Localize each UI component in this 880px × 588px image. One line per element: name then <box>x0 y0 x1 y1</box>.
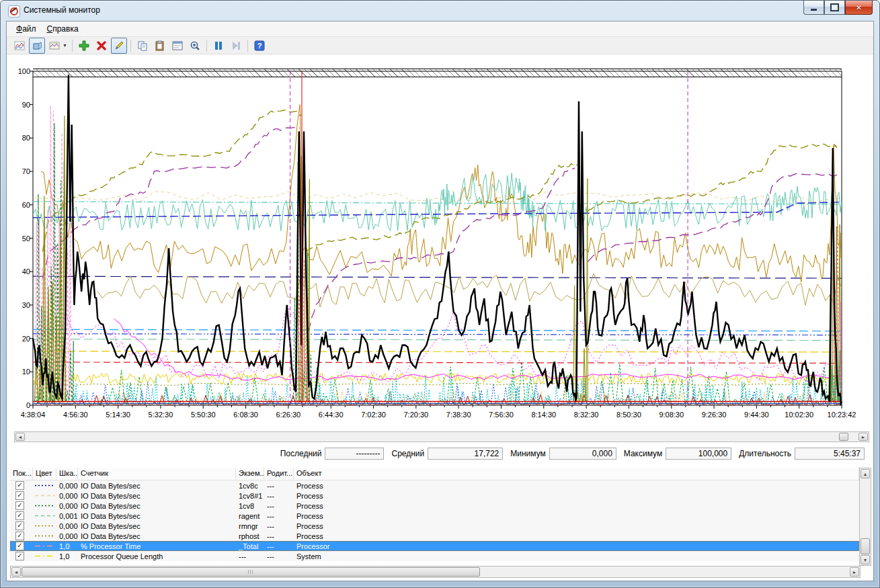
parent-cell: --- <box>264 552 294 560</box>
legend-row-1cv8#1[interactable]: ✓0,000...IO Data Bytes/sec1cv8#1---Proce… <box>10 491 859 501</box>
parent-cell: --- <box>264 502 294 510</box>
chart-hscrollbar[interactable]: ◄ ► <box>14 431 869 442</box>
legend-column-header[interactable]: Родит... <box>264 468 294 480</box>
scroll-right-arrow[interactable]: ► <box>858 433 868 441</box>
y-axis-label: 90 <box>10 101 30 109</box>
legend-row-ragent[interactable]: ✓0,001IO Data Bytes/secragent---Process <box>10 511 859 521</box>
paste-icon <box>155 40 165 51</box>
magnifier-plus-icon <box>190 40 200 51</box>
help-button[interactable]: ? <box>251 38 268 54</box>
legend-row-1cv8c[interactable]: ✓0,0001IO Data Bytes/sec1cv8c---Process <box>10 480 859 491</box>
legend-column-header[interactable]: Экзем... <box>236 468 264 480</box>
legend-column-header[interactable]: Объект <box>294 468 859 480</box>
legend-row-1cv8[interactable]: ✓0,000...IO Data Bytes/sec1cv8---Process <box>10 501 859 511</box>
legend-column-header[interactable]: Пок... <box>10 468 33 480</box>
color-swatch <box>34 484 56 487</box>
show-cell: ✓ <box>10 491 33 500</box>
instance-cell: 1cv8c <box>236 482 264 490</box>
legend-vscroll-thumb[interactable] <box>861 538 870 554</box>
view-current-activity-button[interactable] <box>11 38 28 54</box>
chart-hscroll-thumb[interactable] <box>839 433 848 441</box>
legend-row-rphost[interactable]: ✓0,000...IO Data Bytes/secrphost---Proce… <box>10 531 859 541</box>
legend-row-rmngr[interactable]: ✓0,000...IO Data Bytes/secrmngr---Proces… <box>10 521 859 531</box>
y-axis-label: 80 <box>10 134 30 142</box>
show-checkbox[interactable]: ✓ <box>15 501 24 510</box>
object-cell: Process <box>294 532 859 540</box>
chart-icon <box>14 40 25 51</box>
copy-icon <box>137 40 148 51</box>
show-checkbox[interactable]: ✓ <box>15 521 24 530</box>
minimize-button[interactable] <box>803 1 824 15</box>
freeze-display-button[interactable] <box>210 38 227 54</box>
series-navy-longdash-38 <box>33 276 842 278</box>
paste-counter-list-button[interactable] <box>152 38 168 54</box>
view-report-button[interactable] <box>46 38 63 54</box>
x-axis-label: 9:08:30 <box>659 411 684 419</box>
delete-counter-button[interactable] <box>93 38 110 54</box>
x-axis-label: 9:44:30 <box>744 411 769 419</box>
show-cell: ✓ <box>10 552 33 560</box>
menu-file[interactable]: Файл <box>11 23 42 35</box>
legend-column-header[interactable]: Счетчик <box>78 468 236 480</box>
scale-cell: 1,0 <box>56 552 78 560</box>
highlight-button[interactable] <box>111 38 127 54</box>
x-axis-label: 6:26:30 <box>276 411 301 419</box>
legend-column-header[interactable]: Шка... <box>56 468 78 480</box>
color-cell <box>33 504 56 507</box>
scroll-right-arrow[interactable]: ► <box>850 567 859 577</box>
scale-cell: 0,000... <box>56 532 78 540</box>
update-data-button[interactable] <box>228 38 244 54</box>
report-icon <box>49 40 60 51</box>
color-cell <box>33 494 56 497</box>
legend-row-_Total[interactable]: ✓1,0% Processor Time_Total---Processor <box>10 541 859 551</box>
title-bar[interactable]: Системный монитор ✕ <box>1 1 879 21</box>
legend-header-row[interactable]: Пок...ЦветШка...СчетчикЭкзем...Родит...О… <box>10 468 859 480</box>
show-checkbox[interactable]: ✓ <box>15 532 24 540</box>
color-swatch <box>34 494 56 497</box>
show-checkbox[interactable]: ✓ <box>15 552 24 560</box>
maximize-button[interactable] <box>824 1 845 15</box>
legend-row-processor-queue-length[interactable]: ✓1,0Processor Queue Length------System <box>10 551 859 561</box>
menu-help[interactable]: Справка <box>42 23 84 35</box>
object-cell: Processor <box>294 542 859 550</box>
add-counter-button[interactable] <box>76 38 92 54</box>
last-value: --------- <box>325 448 384 460</box>
show-checkbox[interactable]: ✓ <box>15 511 24 520</box>
menu-bar: Файл Справка <box>7 22 873 37</box>
legend-hscroll-thumb[interactable] <box>22 567 480 577</box>
color-cell <box>33 524 56 528</box>
show-cell: ✓ <box>10 542 33 550</box>
properties-button[interactable] <box>169 38 186 54</box>
system-monitor-window: Системный монитор ✕ Файл Справка ▼ <box>0 0 880 588</box>
scroll-up-arrow[interactable]: ▲ <box>861 469 870 478</box>
color-cell <box>33 544 56 548</box>
object-cell: Process <box>294 522 859 530</box>
y-axis-label: 70 <box>10 167 30 175</box>
parent-cell: --- <box>264 492 294 500</box>
scroll-down-arrow[interactable]: ▼ <box>861 555 870 564</box>
copy-properties-button[interactable] <box>134 38 151 54</box>
maximum-value: 100,000 <box>666 448 731 460</box>
graph-panel: 1009080706050403020100 4:38:044:56:305:1… <box>7 54 873 581</box>
scroll-left-arrow[interactable]: ◄ <box>15 433 25 441</box>
chart-plot[interactable] <box>33 71 842 405</box>
scale-cell: 0,0001 <box>56 482 78 490</box>
view-graph-button[interactable] <box>29 38 45 54</box>
instance-cell: 1cv8 <box>236 502 264 510</box>
scroll-left-arrow[interactable]: ◄ <box>11 567 21 577</box>
show-checkbox[interactable]: ✓ <box>15 481 24 490</box>
close-button[interactable]: ✕ <box>845 1 873 15</box>
zoom-button[interactable] <box>187 38 203 54</box>
legend-column-header[interactable]: Цвет <box>33 468 56 480</box>
chevron-down-icon[interactable]: ▼ <box>63 43 67 48</box>
show-checkbox[interactable]: ✓ <box>15 491 24 500</box>
series-gold-dash-16 <box>33 351 842 353</box>
y-axis-label: 100 <box>10 67 30 75</box>
show-checkbox[interactable]: ✓ <box>15 542 24 550</box>
legend-vscrollbar[interactable]: ▲ ▼ <box>859 468 871 566</box>
legend-hscrollbar[interactable]: ◄ ► <box>10 566 861 578</box>
x-axis-label: 7:02:30 <box>361 411 386 419</box>
separator <box>130 40 131 52</box>
x-axis-label: 7:56:30 <box>489 411 514 419</box>
series-olive-ramp-3 <box>588 144 837 212</box>
